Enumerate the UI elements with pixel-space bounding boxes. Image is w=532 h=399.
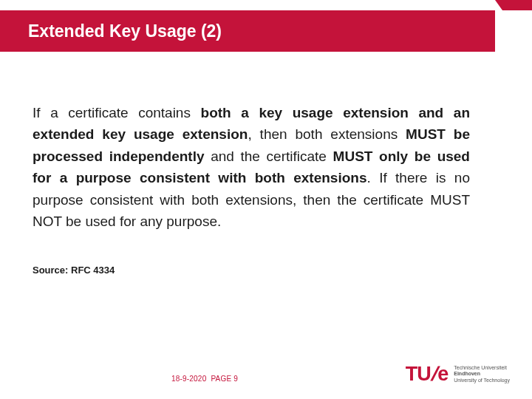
body-seg5: and the certificate <box>205 149 333 164</box>
logo-line1: Technische Universiteit <box>454 365 510 371</box>
body-seg1: If a certificate contains <box>33 105 201 120</box>
body-seg3: , then both extensions <box>248 126 406 142</box>
body-paragraph: If a certificate contains both a key usa… <box>33 102 470 233</box>
source-line: Source: RFC 4334 <box>33 265 115 276</box>
logo-line2-bold: Eindhoven <box>454 371 480 376</box>
logo-text: Technische Universiteit Eindhoven Univer… <box>454 365 510 383</box>
tue-logo: TU/e Technische Universiteit Eindhoven U… <box>406 363 510 386</box>
logo-line2: Eindhoven <box>454 371 510 377</box>
footer-page: PAGE 9 <box>211 375 238 383</box>
logo-mark: TU/e <box>406 363 449 386</box>
corner-notch <box>495 0 502 10</box>
footer-date: 18-9-2020 <box>171 375 206 383</box>
logo-line3: University of Technology <box>454 378 510 383</box>
corner-accent <box>502 0 532 10</box>
slide: Extended Key Usage (2) If a certificate … <box>0 0 532 399</box>
logo-tu: TU <box>406 363 431 386</box>
title-band: Extended Key Usage (2) <box>0 10 495 52</box>
slide-title: Extended Key Usage (2) <box>28 21 222 41</box>
footer-meta: 18-9-2020PAGE 9 <box>171 375 238 383</box>
